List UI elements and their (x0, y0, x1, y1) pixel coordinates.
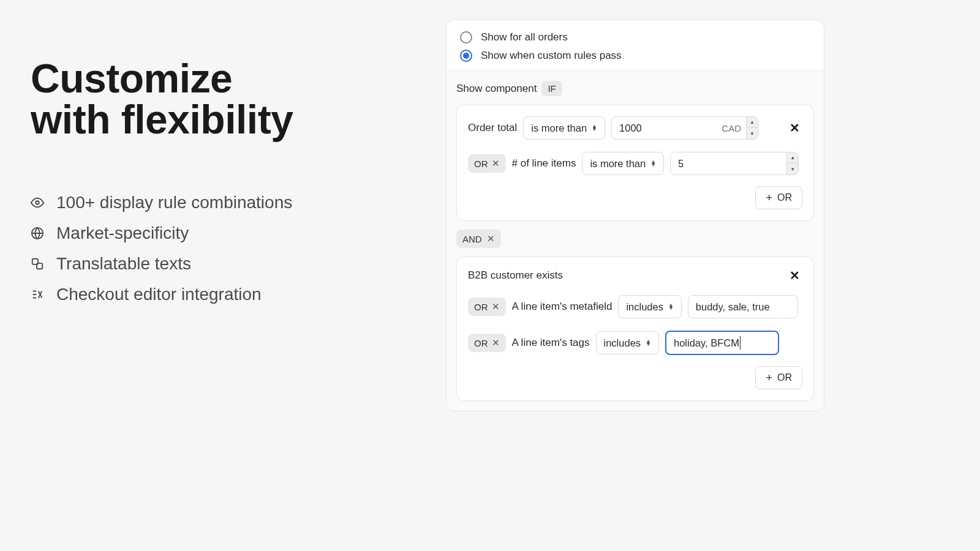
currency-label: CAD (722, 123, 746, 133)
rule-row-metafield: OR ✕ A line item's metafield includes ▲▼… (468, 295, 802, 318)
close-icon[interactable]: ✕ (492, 301, 500, 312)
plus-icon: + (766, 192, 772, 203)
value-input-active[interactable]: holiday, BFCM (665, 331, 779, 355)
select-caret-icon: ▲▼ (646, 340, 651, 346)
feature-item: Checkout editor integration (31, 285, 415, 304)
rule-group-2: B2B customer exists ✕ OR ✕ A line item's… (456, 257, 814, 401)
add-or-button[interactable]: + OR (755, 366, 802, 389)
add-or-button[interactable]: + OR (755, 186, 802, 209)
rule-row-line-items: OR ✕ # of line items is more than ▲▼ 5 ▲… (468, 152, 802, 175)
close-icon[interactable]: ✕ (487, 233, 495, 244)
rule-field-label: A line item's metafield (512, 301, 612, 313)
close-icon[interactable]: ✕ (492, 337, 500, 348)
feature-list: 100+ display rule combinations Market-sp… (31, 193, 415, 304)
value-input[interactable]: 5 ▲▼ (670, 152, 799, 175)
remove-rule-button[interactable]: ✕ (787, 268, 802, 283)
rule-field-label: A line item's tags (512, 337, 590, 349)
globe-icon (31, 227, 44, 240)
and-chip[interactable]: AND ✕ (456, 230, 501, 248)
operator-select[interactable]: includes ▲▼ (618, 295, 681, 318)
plus-icon: + (766, 372, 772, 383)
radio-show-all[interactable]: Show for all orders (460, 31, 810, 43)
operator-select[interactable]: is more than ▲▼ (582, 152, 664, 175)
or-chip[interactable]: OR ✕ (468, 154, 506, 173)
page-heading: Customize with flexibility (31, 58, 415, 141)
feature-text: Translatable texts (56, 254, 191, 274)
close-icon[interactable]: ✕ (492, 158, 500, 169)
show-component-intro: Show component IF (456, 81, 814, 96)
radio-custom-rules[interactable]: Show when custom rules pass (460, 50, 810, 62)
text-cursor (740, 336, 741, 350)
feature-item: 100+ display rule combinations (31, 193, 415, 212)
rule-group-1: Order total is more than ▲▼ 1000 CAD ▲▼ … (456, 105, 814, 221)
select-caret-icon: ▲▼ (650, 160, 656, 167)
value-input[interactable]: buddy, sale, true (688, 295, 798, 318)
feature-text: 100+ display rule combinations (56, 193, 292, 212)
radio-icon-selected (460, 50, 472, 62)
svg-point-0 (36, 201, 39, 204)
operator-select[interactable]: is more than ▲▼ (523, 116, 605, 140)
rule-row-order-total: Order total is more than ▲▼ 1000 CAD ▲▼ … (468, 116, 802, 140)
radio-icon (460, 31, 472, 43)
remove-rule-button[interactable]: ✕ (787, 121, 802, 135)
select-caret-icon: ▲▼ (592, 125, 597, 131)
feature-text: Market-specificity (56, 223, 189, 243)
operator-select[interactable]: includes ▲▼ (596, 331, 659, 354)
number-spinner[interactable]: ▲▼ (786, 152, 798, 174)
radio-label: Show for all orders (481, 31, 568, 43)
radio-label: Show when custom rules pass (481, 50, 622, 62)
feature-item: Translatable texts (31, 254, 415, 274)
if-tag: IF (541, 81, 562, 96)
rule-field-label: # of line items (512, 157, 576, 170)
rule-row-tags: OR ✕ A line item's tags includes ▲▼ holi… (468, 331, 802, 355)
feature-item: Market-specificity (31, 223, 415, 243)
or-chip[interactable]: OR ✕ (468, 298, 506, 316)
or-chip[interactable]: OR ✕ (468, 334, 506, 352)
value-input[interactable]: 1000 CAD ▲▼ (611, 116, 758, 140)
number-spinner[interactable]: ▲▼ (746, 117, 758, 139)
eye-icon (31, 196, 44, 209)
rule-field-label: B2B customer exists (468, 269, 563, 282)
select-caret-icon: ▲▼ (668, 304, 674, 310)
settings-icon (31, 288, 44, 301)
rule-row-b2b: B2B customer exists ✕ (468, 268, 802, 283)
translate-icon (31, 257, 44, 271)
rule-field-label: Order total (468, 122, 517, 134)
feature-text: Checkout editor integration (56, 285, 262, 304)
rules-panel: Show for all orders Show when custom rul… (446, 20, 824, 411)
